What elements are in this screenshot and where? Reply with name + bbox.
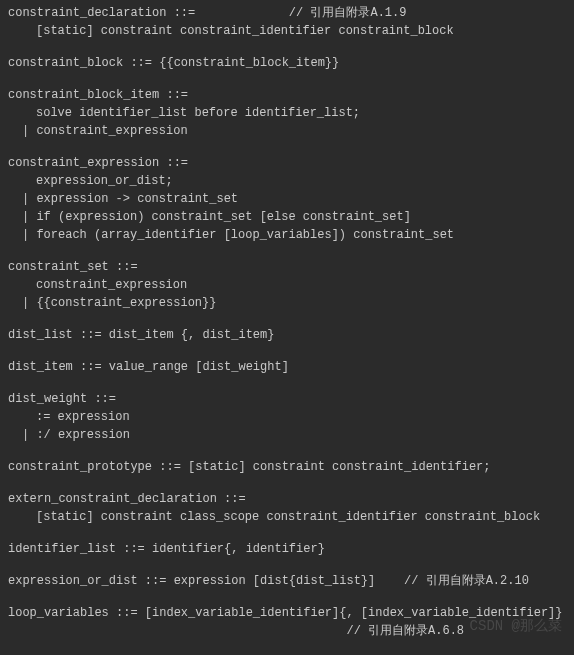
- code-line: constraint_block ::= {{constraint_block_…: [8, 54, 566, 72]
- grammar-rule: dist_weight ::=:= expression| :/ express…: [8, 390, 566, 444]
- code-line: | {{constraint_expression}}: [8, 294, 566, 312]
- code-line: constraint_set ::=: [8, 258, 566, 276]
- grammar-rule: dist_list ::= dist_item {, dist_item}: [8, 326, 566, 344]
- code-line: // 引用自附录A.6.8: [8, 622, 566, 640]
- grammar-rule: constraint_prototype ::= [static] constr…: [8, 458, 566, 476]
- code-line: := expression: [8, 408, 566, 426]
- grammar-rule: expression_or_dist ::= expression [dist{…: [8, 572, 566, 590]
- code-line: constraint_declaration ::= // 引用自附录A.1.9: [8, 4, 566, 22]
- code-line: loop_variables ::= [index_variable_ident…: [8, 604, 566, 622]
- grammar-specification: constraint_declaration ::= // 引用自附录A.1.9…: [8, 4, 566, 640]
- grammar-rule: constraint_block_item ::=solve identifie…: [8, 86, 566, 140]
- grammar-rule: constraint_block ::= {{constraint_block_…: [8, 54, 566, 72]
- code-line: | if (expression) constraint_set [else c…: [8, 208, 566, 226]
- grammar-rule: constraint_expression ::=expression_or_d…: [8, 154, 566, 244]
- code-line: constraint_block_item ::=: [8, 86, 566, 104]
- code-line: [static] constraint constraint_identifie…: [8, 22, 566, 40]
- code-line: constraint_prototype ::= [static] constr…: [8, 458, 566, 476]
- grammar-rule: constraint_set ::=constraint_expression|…: [8, 258, 566, 312]
- code-line: constraint_expression: [8, 276, 566, 294]
- code-line: dist_item ::= value_range [dist_weight]: [8, 358, 566, 376]
- code-line: dist_list ::= dist_item {, dist_item}: [8, 326, 566, 344]
- code-line: identifier_list ::= identifier{, identif…: [8, 540, 566, 558]
- code-line: extern_constraint_declaration ::=: [8, 490, 566, 508]
- grammar-rule: constraint_declaration ::= // 引用自附录A.1.9…: [8, 4, 566, 40]
- code-line: expression_or_dist;: [8, 172, 566, 190]
- code-line: | :/ expression: [8, 426, 566, 444]
- grammar-rule: extern_constraint_declaration ::=[static…: [8, 490, 566, 526]
- code-line: constraint_expression ::=: [8, 154, 566, 172]
- code-line: expression_or_dist ::= expression [dist{…: [8, 572, 566, 590]
- code-line: | foreach (array_identifier [loop_variab…: [8, 226, 566, 244]
- grammar-rule: identifier_list ::= identifier{, identif…: [8, 540, 566, 558]
- code-line: [static] constraint class_scope constrai…: [8, 508, 566, 526]
- code-line: solve identifier_list before identifier_…: [8, 104, 566, 122]
- code-line: | constraint_expression: [8, 122, 566, 140]
- grammar-rule: dist_item ::= value_range [dist_weight]: [8, 358, 566, 376]
- code-line: | expression -> constraint_set: [8, 190, 566, 208]
- code-line: dist_weight ::=: [8, 390, 566, 408]
- grammar-rule: loop_variables ::= [index_variable_ident…: [8, 604, 566, 640]
